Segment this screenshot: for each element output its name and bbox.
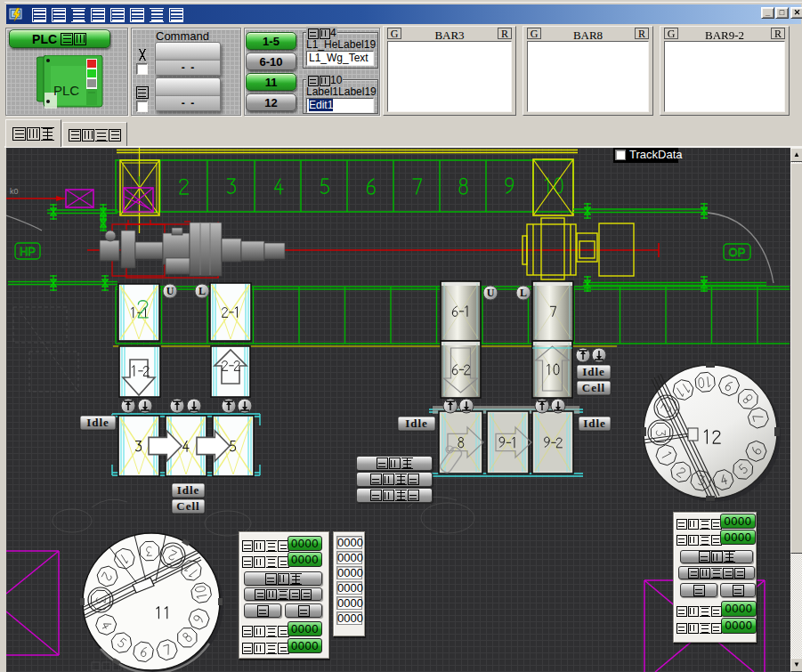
- svg-text:Idle: Idle: [86, 416, 109, 429]
- svg-text:Idle: Idle: [405, 417, 428, 430]
- svg-text:Idle: Idle: [177, 483, 200, 497]
- svg-text:HP: HP: [20, 245, 36, 258]
- svg-text:k0: k0: [10, 187, 19, 196]
- svg-text:Idle: Idle: [582, 365, 605, 378]
- svg-text:Idle: Idle: [583, 417, 606, 430]
- svg-text:PLC: PLC: [53, 83, 79, 98]
- svg-text:U: U: [487, 287, 495, 299]
- svg-text:Cell: Cell: [582, 381, 605, 394]
- svg-text:U: U: [166, 285, 174, 297]
- svg-text:L: L: [520, 287, 527, 299]
- svg-text:Cell: Cell: [176, 499, 199, 513]
- svg-text:OP: OP: [729, 246, 746, 259]
- svg-text:L: L: [198, 285, 206, 297]
